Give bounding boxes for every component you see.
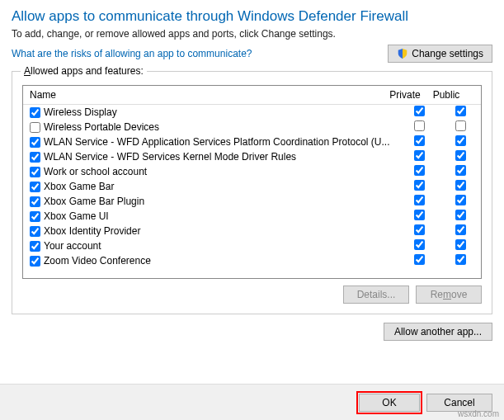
table-row[interactable]: WLAN Service - WFD Application Services … (23, 134, 481, 149)
public-checkbox[interactable] (455, 195, 466, 205)
risks-link[interactable]: What are the risks of allowing an app to… (12, 48, 252, 59)
remove-button[interactable]: Remove (416, 286, 482, 304)
private-checkbox[interactable] (414, 120, 425, 131)
app-name-label: Xbox Identity Provider (44, 225, 140, 237)
public-checkbox[interactable] (455, 210, 466, 220)
app-enabled-checkbox[interactable] (30, 107, 40, 118)
private-checkbox[interactable] (414, 165, 425, 176)
app-name-label: Work or school account (44, 166, 147, 177)
app-enabled-checkbox[interactable] (30, 226, 40, 237)
app-name-label: WLAN Service - WFD Application Services … (44, 136, 389, 148)
app-enabled-checkbox[interactable] (30, 122, 40, 133)
shield-icon (397, 48, 408, 59)
app-enabled-checkbox[interactable] (30, 241, 40, 252)
private-checkbox[interactable] (414, 195, 425, 205)
app-enabled-checkbox[interactable] (30, 152, 40, 163)
table-row[interactable]: Xbox Game Bar Plugin (23, 194, 481, 209)
app-enabled-checkbox[interactable] (30, 196, 40, 207)
app-name-label: Zoom Video Conference (44, 255, 151, 267)
private-checkbox[interactable] (414, 254, 425, 265)
private-checkbox[interactable] (414, 224, 425, 235)
public-checkbox[interactable] (455, 106, 466, 116)
table-row[interactable]: Xbox Game UI (23, 209, 481, 224)
group-label: Allowed apps and features: (21, 65, 147, 77)
app-name-label: Wireless Display (44, 106, 117, 118)
column-public[interactable]: Public (426, 86, 467, 104)
private-checkbox[interactable] (414, 135, 425, 146)
table-row[interactable]: WLAN Service - WFD Services Kernel Mode … (23, 149, 481, 164)
table-row[interactable]: Wireless Display (23, 105, 481, 120)
app-name-label: Your account (44, 240, 101, 252)
app-name-label: Xbox Game Bar (44, 181, 114, 192)
page-subtitle: To add, change, or remove allowed apps a… (12, 28, 492, 40)
public-checkbox[interactable] (455, 180, 466, 191)
app-enabled-checkbox[interactable] (30, 211, 40, 222)
app-name-label: Xbox Game Bar Plugin (44, 196, 144, 207)
app-name-label: Xbox Game UI (44, 210, 109, 222)
private-checkbox[interactable] (414, 106, 425, 116)
table-row[interactable]: Work or school account (23, 164, 481, 179)
column-private[interactable]: Private (384, 86, 426, 104)
app-enabled-checkbox[interactable] (30, 182, 40, 192)
details-button[interactable]: Details... (343, 286, 409, 304)
table-row[interactable]: Xbox Identity Provider (23, 224, 481, 238)
table-row[interactable]: Wireless Portable Devices (23, 120, 481, 134)
app-enabled-checkbox[interactable] (30, 167, 40, 177)
allowed-apps-group: Allowed apps and features: Name Private … (12, 71, 492, 314)
private-checkbox[interactable] (414, 150, 425, 161)
app-name-label: WLAN Service - WFD Services Kernel Mode … (44, 151, 296, 163)
app-enabled-checkbox[interactable] (30, 137, 40, 148)
public-checkbox[interactable] (455, 165, 466, 176)
public-checkbox[interactable] (455, 239, 466, 250)
allow-another-app-button[interactable]: Allow another app... (384, 323, 492, 341)
table-row[interactable]: Zoom Video Conference (23, 253, 481, 268)
dialog-footer: OK Cancel (0, 384, 504, 420)
private-checkbox[interactable] (414, 180, 425, 191)
public-checkbox[interactable] (455, 224, 466, 235)
table-row[interactable]: Xbox Game Bar (23, 179, 481, 194)
page-title: Allow apps to communicate through Window… (12, 8, 492, 25)
change-settings-label: Change settings (412, 48, 483, 59)
private-checkbox[interactable] (414, 210, 425, 220)
column-name[interactable]: Name (23, 86, 384, 104)
app-enabled-checkbox[interactable] (30, 256, 40, 267)
change-settings-button[interactable]: Change settings (388, 45, 492, 63)
list-body[interactable]: Wireless DisplayWireless Portable Device… (23, 105, 481, 278)
table-row[interactable]: Your account (23, 238, 481, 253)
public-checkbox[interactable] (455, 120, 466, 131)
app-name-label: Wireless Portable Devices (44, 121, 159, 133)
public-checkbox[interactable] (455, 254, 466, 265)
private-checkbox[interactable] (414, 239, 425, 250)
public-checkbox[interactable] (455, 150, 466, 161)
public-checkbox[interactable] (455, 135, 466, 146)
apps-list: Name Private Public Wireless DisplayWire… (22, 85, 482, 279)
ok-button[interactable]: OK (359, 394, 420, 412)
list-header: Name Private Public (23, 86, 481, 105)
cancel-button[interactable]: Cancel (426, 394, 492, 412)
